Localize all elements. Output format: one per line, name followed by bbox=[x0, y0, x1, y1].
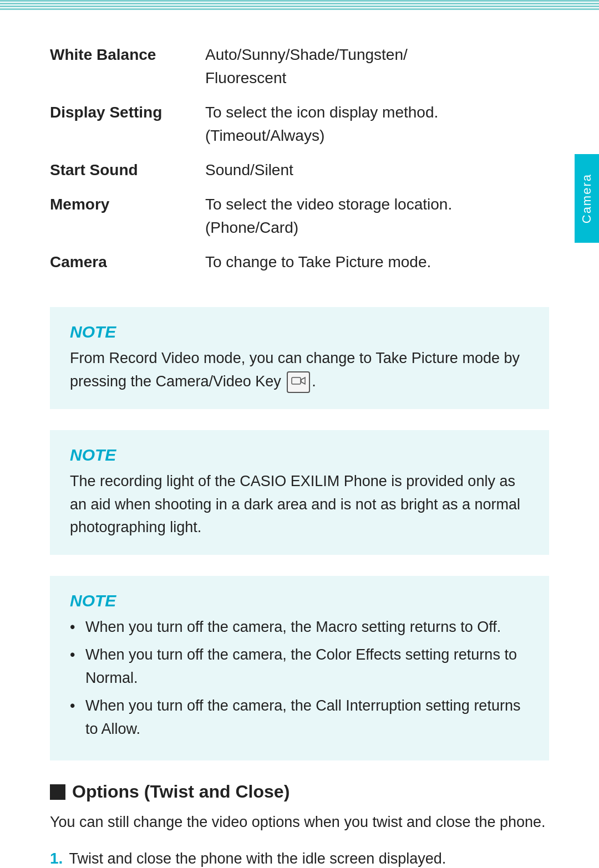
sidebar-camera-tab: Camera bbox=[575, 154, 599, 243]
options-section: Options (Twist and Close) You can still … bbox=[50, 782, 549, 868]
setting-value: Auto/Sunny/Shade/Tungsten/Fluorescent bbox=[205, 38, 549, 95]
list-item: When you turn off the camera, the Macro … bbox=[70, 616, 529, 639]
svg-marker-1 bbox=[301, 377, 305, 384]
note-box-2: NOTE The recording light of the CASIO EX… bbox=[50, 430, 549, 555]
options-title-text: Options (Twist and Close) bbox=[72, 782, 290, 802]
list-item: When you turn off the camera, the Call I… bbox=[70, 695, 529, 741]
setting-label: Display Setting bbox=[50, 95, 205, 153]
setting-label: Camera bbox=[50, 245, 205, 279]
note-title-2: NOTE bbox=[70, 446, 529, 464]
setting-value: Sound/Silent bbox=[205, 153, 549, 187]
note-title-1: NOTE bbox=[70, 323, 529, 341]
table-row: White Balance Auto/Sunny/Shade/Tungsten/… bbox=[50, 38, 549, 95]
note-box-3: NOTE When you turn off the camera, the M… bbox=[50, 576, 549, 760]
setting-label: Memory bbox=[50, 187, 205, 245]
setting-label: White Balance bbox=[50, 38, 205, 95]
list-item: 1. Twist and close the phone with the id… bbox=[50, 846, 549, 868]
step-text-1: Twist and close the phone with the idle … bbox=[69, 850, 446, 867]
options-description: You can still change the video options w… bbox=[50, 811, 549, 834]
setting-value: To select the video storage location.(Ph… bbox=[205, 187, 549, 245]
note-body-1: From Record Video mode, you can change t… bbox=[70, 347, 529, 394]
svg-rect-0 bbox=[292, 377, 301, 384]
camera-key-icon bbox=[287, 371, 310, 393]
step-number-1: 1. bbox=[50, 850, 63, 867]
setting-value: To change to Take Picture mode. bbox=[205, 245, 549, 279]
top-decoration bbox=[0, 0, 599, 10]
table-row: Display Setting To select the icon displ… bbox=[50, 95, 549, 153]
note-box-1: NOTE From Record Video mode, you can cha… bbox=[50, 307, 549, 409]
step-list: 1. Twist and close the phone with the id… bbox=[50, 846, 549, 868]
table-row: Camera To change to Take Picture mode. bbox=[50, 245, 549, 279]
note-body-2: The recording light of the CASIO EXILIM … bbox=[70, 470, 529, 540]
sidebar-tab-label: Camera bbox=[580, 173, 594, 223]
table-row: Start Sound Sound/Silent bbox=[50, 153, 549, 187]
list-item: When you turn off the camera, the Color … bbox=[70, 644, 529, 690]
note-body-3: When you turn off the camera, the Macro … bbox=[70, 616, 529, 741]
table-row: Memory To select the video storage locat… bbox=[50, 187, 549, 245]
settings-table: White Balance Auto/Sunny/Shade/Tungsten/… bbox=[50, 38, 549, 279]
section-square-icon bbox=[50, 784, 65, 800]
note-title-3: NOTE bbox=[70, 591, 529, 610]
setting-value: To select the icon display method.(Timeo… bbox=[205, 95, 549, 153]
options-title: Options (Twist and Close) bbox=[50, 782, 549, 802]
bullet-list: When you turn off the camera, the Macro … bbox=[70, 616, 529, 741]
setting-label: Start Sound bbox=[50, 153, 205, 187]
